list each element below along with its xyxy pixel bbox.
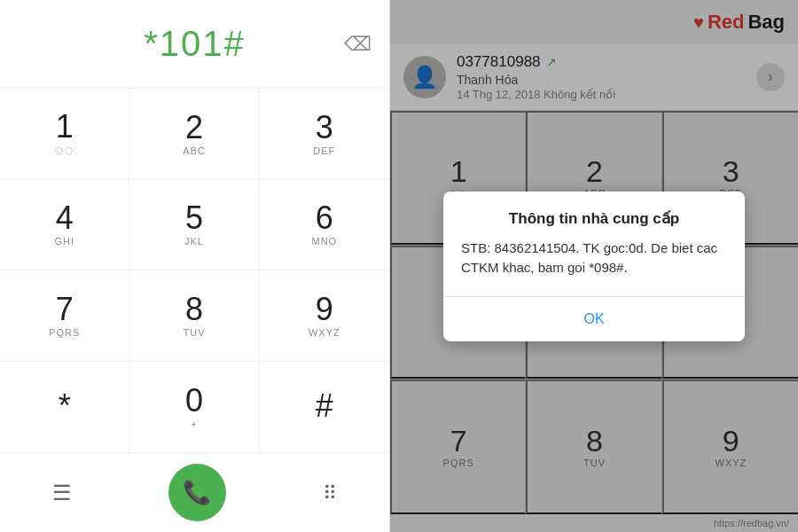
- key-digit: 1: [56, 111, 74, 143]
- dial-key-hash[interactable]: #: [260, 362, 389, 453]
- key-digit: *: [59, 390, 71, 422]
- dial-key-4[interactable]: 4 GHI: [0, 180, 129, 270]
- key-letters: JKL: [184, 236, 204, 246]
- key-digit: 2: [185, 112, 203, 144]
- key-letters: MNO: [311, 236, 337, 246]
- backspace-icon: ⌫: [344, 33, 372, 55]
- modal-ok-button[interactable]: OK: [566, 309, 622, 329]
- dialpad-row-3: 7 PQRS 8 TUV 9 WXYZ: [0, 270, 389, 362]
- key-digit: 0: [185, 385, 203, 417]
- modal-footer: OK: [443, 297, 745, 341]
- dialpad: 1 ◌◌ 2 ABC 3 DEF 4 GHI 5 JKL 6: [0, 89, 389, 452]
- menu-button[interactable]: ☰: [43, 472, 81, 514]
- key-digit: 3: [316, 112, 333, 144]
- dial-key-8[interactable]: 8 TUV: [129, 270, 259, 361]
- dial-key-0[interactable]: 0 +: [129, 362, 259, 453]
- dial-key-5[interactable]: 5 JKL: [129, 180, 259, 270]
- key-digit: 9: [316, 293, 333, 325]
- modal-overlay: Thông tin nhà cung cấp STB: 84362141504.…: [390, 0, 798, 532]
- dialer-number: *101#: [144, 24, 246, 64]
- right-panel: ♥ RedBag 👤 0377810988 ↗ Thanh Hóa 14 Thg…: [390, 0, 798, 532]
- key-letters: GHI: [54, 236, 74, 246]
- phone-icon: 📞: [183, 479, 211, 506]
- dial-key-6[interactable]: 6 MNO: [260, 180, 389, 270]
- key-letters: +: [191, 419, 197, 429]
- key-letters: WXYZ: [309, 327, 340, 338]
- key-digit: 7: [56, 293, 74, 325]
- key-letters: PQRS: [49, 327, 80, 338]
- call-button[interactable]: 📞: [168, 464, 226, 521]
- dialer-footer: ☰ 📞 ⠿: [0, 452, 389, 532]
- dial-key-star[interactable]: *: [0, 362, 129, 453]
- backspace-button[interactable]: ⌫: [344, 33, 372, 56]
- key-letters: ◌◌: [55, 145, 74, 156]
- key-digit: 6: [316, 202, 333, 234]
- grid-icon: ⠿: [323, 482, 337, 505]
- modal-title: Thông tin nhà cung cấp: [443, 192, 745, 239]
- dialpad-row-2: 4 GHI 5 JKL 6 MNO: [0, 180, 389, 271]
- dialer-display: *101# ⌫: [0, 0, 389, 89]
- dial-key-2[interactable]: 2 ABC: [129, 89, 259, 179]
- hamburger-icon: ☰: [52, 481, 72, 505]
- dial-key-3[interactable]: 3 DEF: [260, 89, 389, 179]
- key-letters: DEF: [313, 145, 335, 156]
- dialpad-row-4: * 0 + #: [0, 362, 389, 453]
- dialer-panel: *101# ⌫ 1 ◌◌ 2 ABC 3 DEF 4 GHI: [0, 0, 390, 532]
- key-letters: TUV: [183, 327, 205, 338]
- key-digit: 5: [185, 202, 203, 234]
- key-digit: #: [316, 390, 333, 422]
- dial-key-7[interactable]: 7 PQRS: [0, 270, 129, 361]
- grid-button[interactable]: ⠿: [314, 472, 346, 514]
- dialpad-row-1: 1 ◌◌ 2 ABC 3 DEF: [0, 89, 389, 180]
- key-digit: 4: [56, 202, 74, 234]
- modal-body: STB: 84362141504. TK goc:0d. De biet cac…: [443, 239, 745, 296]
- key-digit: 8: [185, 293, 203, 325]
- dial-key-1[interactable]: 1 ◌◌: [0, 89, 129, 179]
- modal-box: Thông tin nhà cung cấp STB: 84362141504.…: [443, 192, 745, 341]
- key-letters: ABC: [183, 145, 206, 156]
- dial-key-9[interactable]: 9 WXYZ: [260, 270, 389, 361]
